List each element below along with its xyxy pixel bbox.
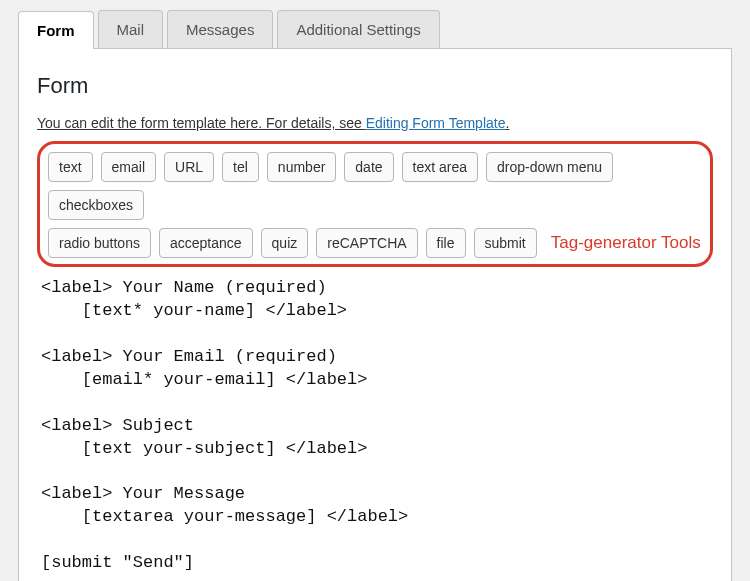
tag-button-date[interactable]: date [344, 152, 393, 182]
tag-generator-annotation-box: text email URL tel number date text area… [37, 141, 713, 267]
tab-additional-settings[interactable]: Additional Settings [277, 10, 439, 48]
tag-button-file[interactable]: file [426, 228, 466, 258]
tag-button-email[interactable]: email [101, 152, 156, 182]
tag-generator-row-2: radio buttons acceptance quiz reCAPTCHA … [48, 228, 702, 258]
tab-bar: Form Mail Messages Additional Settings [18, 10, 732, 48]
hint-prefix: You can edit the form template here. For… [37, 115, 366, 131]
tag-button-text-area[interactable]: text area [402, 152, 478, 182]
panel-title: Form [37, 73, 713, 99]
tag-button-checkboxes[interactable]: checkboxes [48, 190, 144, 220]
tag-button-acceptance[interactable]: acceptance [159, 228, 253, 258]
tag-button-number[interactable]: number [267, 152, 336, 182]
tag-button-radio-buttons[interactable]: radio buttons [48, 228, 151, 258]
editing-form-template-link[interactable]: Editing Form Template [366, 115, 506, 131]
hint-suffix: . [505, 115, 509, 131]
tab-messages[interactable]: Messages [167, 10, 273, 48]
tag-button-tel[interactable]: tel [222, 152, 259, 182]
panel-hint: You can edit the form template here. For… [37, 115, 713, 131]
form-template-textarea[interactable]: <label> Your Name (required) [text* your… [37, 269, 713, 581]
tag-button-text[interactable]: text [48, 152, 93, 182]
tag-button-recaptcha[interactable]: reCAPTCHA [316, 228, 417, 258]
tag-generator-annotation-label: Tag-generator Tools [545, 233, 701, 253]
tab-mail[interactable]: Mail [98, 10, 164, 48]
tag-button-quiz[interactable]: quiz [261, 228, 309, 258]
tag-button-drop-down-menu[interactable]: drop-down menu [486, 152, 613, 182]
tag-button-submit[interactable]: submit [474, 228, 537, 258]
tab-form[interactable]: Form [18, 11, 94, 49]
tag-button-url[interactable]: URL [164, 152, 214, 182]
tag-generator-row-1: text email URL tel number date text area… [48, 152, 702, 220]
form-panel: Form You can edit the form template here… [18, 48, 732, 581]
